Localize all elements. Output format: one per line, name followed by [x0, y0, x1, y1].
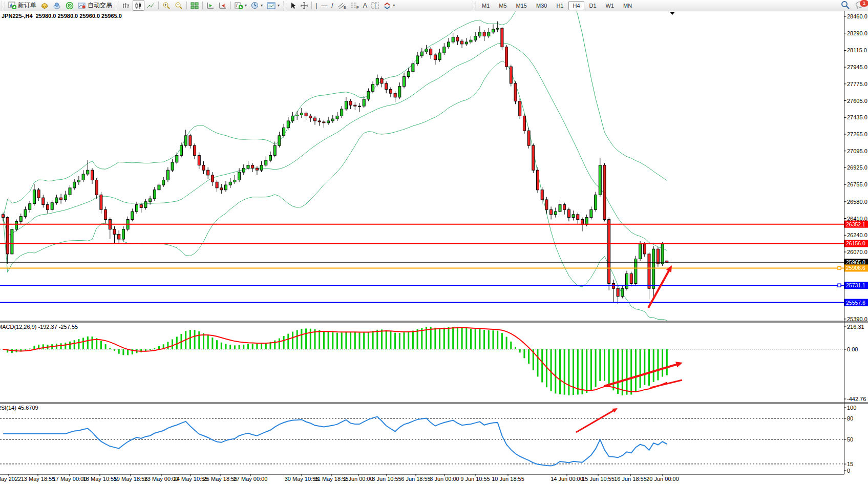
toolbar-drag-handle[interactable]: [473, 2, 476, 9]
chart-shift-icon: [219, 2, 227, 9]
svg-text:0.00: 0.00: [847, 346, 858, 352]
horizontal-line-icon: —: [321, 3, 327, 9]
timeframe-h1[interactable]: H1: [552, 1, 567, 10]
periods-button[interactable]: ▾: [249, 1, 264, 10]
toolbar-separator: [158, 2, 159, 9]
svg-text:25 May 18:55: 25 May 18:55: [203, 476, 238, 482]
arrows-tool-button[interactable]: ▾: [382, 1, 396, 10]
svg-text:25965.0: 25965.0: [846, 259, 865, 265]
svg-text:27945.0: 27945.0: [847, 64, 867, 70]
fibonacci-tool-button[interactable]: F: [349, 1, 361, 10]
application-window: 新订单: [0, 0, 868, 484]
auto-scroll-button[interactable]: [205, 1, 216, 10]
svg-text:30 May 10:55: 30 May 10:55: [285, 476, 319, 482]
vertical-line-tool-button[interactable]: |: [314, 1, 319, 10]
search-icon: [841, 1, 850, 9]
toolbar-separator: [202, 2, 203, 9]
search-button[interactable]: [841, 1, 850, 11]
timeframe-d1[interactable]: D1: [585, 1, 601, 10]
chart-shift-button[interactable]: [217, 1, 228, 10]
svg-text:27095.0: 27095.0: [847, 148, 867, 154]
svg-text:27265.0: 27265.0: [847, 131, 867, 137]
crosshair-tool-button[interactable]: [299, 1, 309, 10]
main-toolbar: 新订单: [0, 0, 868, 11]
templates-button[interactable]: ▾: [265, 1, 281, 10]
signals-icon: [66, 2, 74, 9]
indicators-icon: f: [235, 2, 243, 9]
auto-trading-label: 自动交易: [88, 1, 112, 10]
cursor-icon: [290, 2, 297, 9]
arrows-tool-icon: [384, 2, 391, 9]
svg-text:15 Jun 10:55: 15 Jun 10:55: [582, 476, 615, 482]
trendline-tool-button[interactable]: /: [330, 1, 334, 10]
toolbar-separator: [186, 2, 187, 9]
timeframe-m30[interactable]: M30: [532, 1, 551, 10]
notification-badge[interactable]: 1: [860, 0, 868, 7]
rsi-indicator-label: RSI(14) 45.6709: [0, 405, 38, 411]
toolbar-drag-handle[interactable]: [116, 2, 119, 9]
indicators-button[interactable]: f ▾: [233, 1, 248, 10]
toolbar-drag-handle[interactable]: [2, 2, 5, 9]
timeframe-mn[interactable]: MN: [619, 1, 636, 10]
toolbar-separator: [230, 2, 231, 9]
market-watch-icon: [40, 2, 49, 9]
data-window-icon: [53, 2, 61, 9]
tile-windows-button[interactable]: [189, 1, 200, 10]
svg-text:24 May 10:55: 24 May 10:55: [174, 476, 208, 482]
line-chart-mode-button[interactable]: [145, 1, 156, 10]
vertical-line-icon: |: [315, 3, 317, 9]
bar-chart-mode-button[interactable]: [121, 1, 132, 10]
svg-text:14 Jun 00:00: 14 Jun 00:00: [551, 476, 583, 482]
chart-canvas[interactable]: 28460.028290.028115.027945.027775.027605…: [0, 0, 868, 484]
svg-text:F: F: [356, 5, 359, 9]
text-label-icon: T: [371, 2, 379, 9]
timeframe-m15[interactable]: M15: [512, 1, 531, 10]
svg-text:18 May 10:55: 18 May 10:55: [83, 476, 117, 482]
svg-text:2 Jun 00:00: 2 Jun 00:00: [344, 476, 373, 482]
svg-text:80: 80: [847, 415, 853, 422]
svg-text:50: 50: [847, 436, 853, 443]
line-chart-icon: [147, 2, 155, 9]
new-order-label: 新订单: [18, 1, 36, 10]
timeframe-m1[interactable]: M1: [478, 1, 494, 10]
signals-button[interactable]: [64, 1, 75, 10]
svg-text:16 Jun 18:55: 16 Jun 18:55: [614, 476, 647, 482]
new-order-button[interactable]: 新订单: [7, 1, 38, 10]
svg-text:E: E: [344, 5, 346, 9]
toolbar-separator: [311, 2, 312, 9]
timeframe-w1[interactable]: W1: [602, 1, 619, 10]
auto-scroll-icon: [206, 2, 215, 9]
svg-text:26755.0: 26755.0: [847, 181, 867, 187]
toolbar-drag-handle[interactable]: [283, 2, 286, 9]
svg-text:10 Jun 18:55: 10 Jun 18:55: [492, 476, 524, 482]
equidistant-channel-icon: E: [337, 2, 346, 9]
timeframe-m5[interactable]: M5: [495, 1, 511, 10]
market-watch-button[interactable]: [39, 1, 50, 10]
timeframe-h4[interactable]: H4: [568, 1, 584, 10]
text-label-tool-button[interactable]: T: [370, 1, 381, 10]
notifications-button[interactable]: 1: [855, 1, 865, 11]
candlestick-icon: [135, 2, 142, 9]
timeframe-toolbar: M1 M5 M15 M30 H1 H4 D1 W1 MN: [471, 0, 637, 11]
templates-dropdown-caret[interactable]: ▾: [278, 3, 280, 8]
new-order-icon: [8, 2, 16, 9]
zoom-out-button[interactable]: [173, 1, 184, 10]
svg-text:28115.0: 28115.0: [847, 47, 867, 53]
candlestick-mode-button[interactable]: [133, 0, 144, 11]
data-window-button[interactable]: [51, 1, 63, 10]
indicators-dropdown-caret[interactable]: ▾: [245, 3, 247, 8]
periods-dropdown-caret[interactable]: ▾: [261, 3, 263, 8]
text-tool-button[interactable]: A: [362, 1, 369, 10]
horizontal-line-tool-button[interactable]: —: [320, 1, 329, 10]
svg-text:28460.0: 28460.0: [847, 13, 867, 19]
channel-tool-button[interactable]: E: [336, 1, 348, 10]
svg-text:28290.0: 28290.0: [847, 30, 867, 36]
arrows-dropdown-caret[interactable]: ▾: [393, 3, 395, 8]
svg-text:13 May 18:55: 13 May 18:55: [21, 476, 55, 482]
auto-trading-button[interactable]: 自动交易: [76, 1, 114, 10]
svg-text:27605.0: 27605.0: [847, 98, 867, 104]
toolbar-right-group: 1: [841, 0, 865, 11]
cursor-tool-button[interactable]: [288, 1, 298, 10]
crosshair-icon: [301, 2, 308, 9]
zoom-in-button[interactable]: [161, 1, 172, 10]
